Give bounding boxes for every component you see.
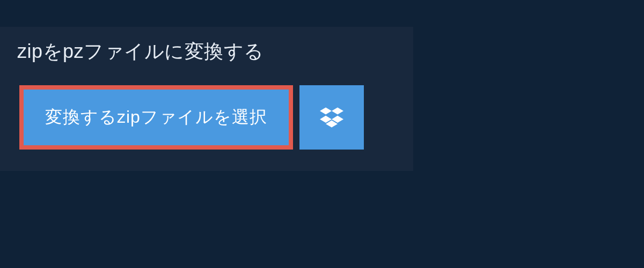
dropbox-icon: [320, 105, 343, 130]
dropbox-button[interactable]: [299, 85, 364, 150]
action-row: 変換するzipファイルを選択: [0, 75, 413, 150]
page-title: zipをpzファイルに変換する: [17, 39, 308, 65]
converter-panel: zipをpzファイルに変換する 変換するzipファイルを選択: [0, 27, 413, 171]
title-container: zipをpzファイルに変換する: [0, 27, 325, 75]
select-file-button[interactable]: 変換するzipファイルを選択: [19, 85, 293, 150]
